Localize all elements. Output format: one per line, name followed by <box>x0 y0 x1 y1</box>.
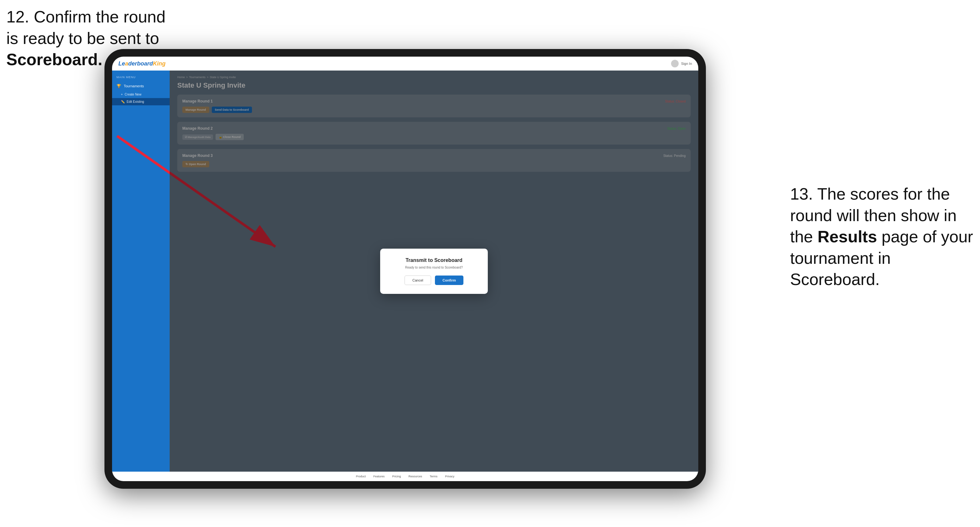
edit-existing-label: Edit Existing <box>127 100 144 103</box>
plus-icon: + <box>121 93 123 96</box>
sign-in-label[interactable]: Sign In <box>681 62 692 65</box>
sidebar-sub-edit-existing[interactable]: ✏️ Edit Existing <box>112 98 170 105</box>
annotation-line1: 12. Confirm the round <box>6 8 165 26</box>
footer-features[interactable]: Features <box>373 475 385 478</box>
top-nav: LeaderboardKing Sign In <box>112 57 698 71</box>
main-menu-label: MAIN MENU <box>112 76 170 79</box>
avatar <box>671 60 679 67</box>
footer-privacy[interactable]: Privacy <box>445 475 455 478</box>
tablet-frame: LeaderboardKing Sign In MAIN MENU 🏆 Tour… <box>105 49 706 489</box>
sidebar-sub-create-new[interactable]: + Create New <box>112 91 170 98</box>
tablet-screen: LeaderboardKing Sign In MAIN MENU 🏆 Tour… <box>112 57 698 481</box>
annotation-right: 13. The scores for the round will then s… <box>790 184 974 290</box>
tournaments-label: Tournaments <box>124 84 144 88</box>
create-new-label: Create New <box>125 93 142 96</box>
edit-icon: ✏️ <box>121 100 125 103</box>
footer-product[interactable]: Product <box>356 475 366 478</box>
footer-terms[interactable]: Terms <box>430 475 438 478</box>
footer-resources[interactable]: Resources <box>409 475 422 478</box>
confirm-button[interactable]: Confirm <box>435 276 463 285</box>
annotation-line2: is ready to be sent to <box>6 29 159 48</box>
trophy-icon: 🏆 <box>116 84 121 88</box>
transmit-modal: Transmit to Scoreboard Ready to send thi… <box>380 249 488 294</box>
main-area: MAIN MENU 🏆 Tournaments + Create New ✏️ … <box>112 71 698 471</box>
sidebar: MAIN MENU 🏆 Tournaments + Create New ✏️ … <box>112 71 170 471</box>
modal-subtitle: Ready to send this round to Scoreboard? <box>390 266 478 269</box>
cancel-button[interactable]: Cancel <box>404 276 431 285</box>
modal-title: Transmit to Scoreboard <box>390 257 478 263</box>
sidebar-item-tournaments[interactable]: 🏆 Tournaments <box>112 81 170 91</box>
annotation-top-left: 12. Confirm the round is ready to be sen… <box>6 6 165 71</box>
modal-buttons: Cancel Confirm <box>390 276 478 285</box>
content-area: Home > Tournaments > State U Spring Invi… <box>170 71 698 471</box>
annotation-bold: Scoreboard. <box>6 50 102 69</box>
nav-right: Sign In <box>671 60 692 67</box>
tablet-footer: Product Features Pricing Resources Terms… <box>112 471 698 481</box>
footer-pricing[interactable]: Pricing <box>392 475 401 478</box>
modal-overlay: Transmit to Scoreboard Ready to send thi… <box>170 71 698 471</box>
annotation-right-bold: Results <box>818 227 877 246</box>
